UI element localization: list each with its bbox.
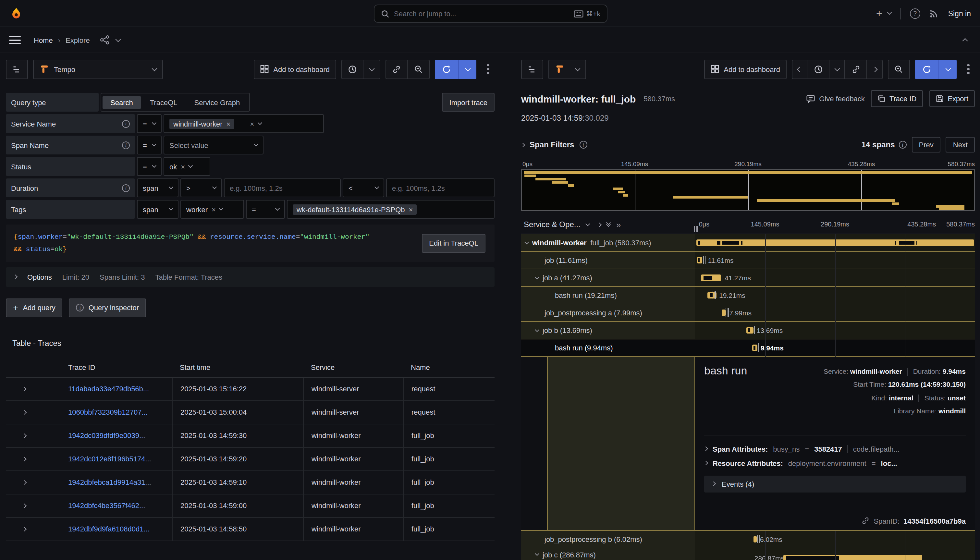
trace-id-link[interactable]: 1060bbf732309b12707... — [60, 401, 172, 424]
collapse-icon[interactable] — [535, 327, 539, 332]
prev-button[interactable]: Prev — [912, 137, 941, 152]
col-name[interactable]: Name — [403, 358, 495, 377]
news-rss-icon[interactable] — [929, 8, 939, 18]
search-field[interactable] — [394, 10, 569, 18]
col-service[interactable]: Service — [303, 358, 403, 377]
options-row[interactable]: Options Limit: 20 Spans Limit: 3 Table F… — [6, 267, 495, 287]
tags-key-select[interactable]: worker× — [180, 200, 244, 219]
row-expand-icon[interactable] — [6, 518, 60, 540]
row-expand-icon[interactable] — [6, 401, 60, 424]
help-icon[interactable]: ? — [910, 8, 920, 18]
clear-icon[interactable]: × — [181, 163, 185, 170]
datasource-picker[interactable]: Tempo — [33, 59, 163, 79]
sort-chevron-icon[interactable] — [586, 221, 590, 226]
search-input[interactable]: ⌘+k — [374, 5, 607, 23]
time-picker-button[interactable] — [342, 59, 363, 79]
export-button[interactable]: Export — [929, 90, 975, 107]
events-row[interactable]: Events (4) — [704, 476, 966, 493]
time-shift-back-icon[interactable] — [792, 59, 807, 79]
span-id-value[interactable]: 14354f16500a7b9a — [903, 517, 966, 525]
expand-all-icon[interactable] — [607, 222, 610, 227]
col-trace-id[interactable]: Trace ID — [60, 358, 172, 377]
menu-toggle-icon[interactable] — [9, 36, 21, 44]
left-pane-kebab-icon[interactable] — [482, 64, 495, 74]
span-name-value-select[interactable]: Select value — [163, 136, 263, 155]
span-bar[interactable] — [753, 345, 757, 351]
link-split-icon[interactable] — [385, 59, 408, 79]
time-shift-forward-icon[interactable] — [867, 59, 883, 79]
import-trace-button[interactable]: Import trace — [442, 93, 495, 112]
breadcrumb-home[interactable]: Home — [34, 36, 53, 44]
zoom-out-icon[interactable] — [408, 59, 430, 79]
span-row-job-postprocessing-b[interactable]: job_postprocessing b (6.02ms) 6.02ms — [521, 531, 975, 548]
run-query-button[interactable] — [435, 59, 458, 79]
span-row-job-a[interactable]: job a (41.27ms) 41.27ms — [521, 269, 975, 287]
collapse-panel-icon[interactable] — [963, 36, 971, 44]
row-expand-icon[interactable] — [6, 378, 60, 400]
service-name-chip[interactable]: windmill-worker× — [169, 118, 234, 129]
service-name-op-select[interactable]: = — [137, 114, 162, 133]
tags-value-chip[interactable]: wk-default-133114d6a91e-PSPQb× — [293, 204, 417, 215]
span-bar[interactable] — [722, 310, 725, 316]
span-bar[interactable] — [747, 327, 753, 333]
trace-id-link[interactable]: 1942dbfebca1d9914a31... — [60, 471, 172, 494]
trace-id-link[interactable]: 1942dbfc4be3567f462... — [60, 495, 172, 517]
clear-icon[interactable]: × — [250, 120, 254, 128]
trace-id-link[interactable]: 1942dc012e8f196b5174... — [60, 448, 172, 470]
time-picker-caret[interactable] — [830, 59, 845, 79]
service-operation-column-header[interactable]: Service & Ope... — [524, 220, 580, 229]
expand-one-icon[interactable] — [597, 222, 602, 227]
trace-id-link[interactable]: 1942dbf9d9fa6108d0d1... — [60, 518, 172, 540]
query-inspector-button[interactable]: i Query inspector — [69, 298, 146, 317]
collapse-icon[interactable] — [524, 240, 529, 244]
row-expand-icon[interactable] — [6, 424, 60, 447]
grafana-logo-icon[interactable] — [9, 6, 23, 20]
service-name-value-select[interactable]: windmill-worker× × — [163, 114, 324, 133]
add-to-dashboard-button[interactable]: Add to dashboard — [254, 59, 336, 79]
breadcrumb-explore[interactable]: Explore — [65, 36, 90, 44]
run-query-caret[interactable] — [938, 59, 957, 79]
link-icon[interactable] — [861, 517, 870, 525]
run-query-button[interactable] — [915, 59, 938, 79]
duration-min-input[interactable] — [224, 178, 341, 197]
status-value-select[interactable]: ok× — [163, 157, 210, 176]
span-row-job-b[interactable]: job b (13.69ms) 13.69ms — [521, 322, 975, 339]
tab-service-graph[interactable]: Service Graph — [187, 96, 248, 109]
run-query-caret[interactable] — [458, 59, 477, 79]
status-op-select[interactable]: = — [137, 157, 162, 176]
add-to-dashboard-button[interactable]: Add to dashboard — [704, 59, 787, 79]
span-row-job-postprocessing-a[interactable]: job_postprocessing a (7.99ms) 7.99ms — [521, 304, 975, 322]
query-rows-icon[interactable] — [6, 59, 28, 79]
clear-icon[interactable]: × — [212, 205, 216, 213]
next-button[interactable]: Next — [946, 137, 975, 152]
collapse-all-icon[interactable]: » — [616, 220, 621, 229]
new-menu-button[interactable]: + — [876, 7, 891, 19]
give-feedback-link[interactable]: Give feedback — [806, 94, 865, 103]
row-expand-icon[interactable] — [6, 495, 60, 517]
query-rows-icon[interactable] — [521, 59, 543, 79]
span-name-op-select[interactable]: = — [137, 136, 162, 155]
row-expand-icon[interactable] — [6, 448, 60, 470]
tab-search[interactable]: Search — [103, 96, 141, 109]
chip-remove-icon[interactable]: × — [409, 205, 413, 213]
edit-in-traceql-button[interactable]: Edit in TraceQL — [422, 234, 485, 253]
tags-op-select[interactable]: = — [246, 200, 285, 219]
span-bar[interactable] — [701, 275, 721, 281]
span-row-bash-run-a[interactable]: bash run (19.21ms) 19.21ms — [521, 287, 975, 304]
link-split-icon[interactable] — [845, 59, 867, 79]
chip-remove-icon[interactable]: × — [227, 120, 231, 128]
tags-value-select[interactable]: wk-default-133114d6a91e-PSPQb× — [287, 200, 495, 219]
zoom-out-icon[interactable] — [888, 59, 910, 79]
datasource-picker[interactable] — [548, 59, 586, 79]
span-bar[interactable] — [697, 257, 702, 263]
span-filters-label[interactable]: Span Filters — [530, 140, 574, 149]
col-start-time[interactable]: Start time — [172, 358, 303, 377]
span-bar[interactable] — [783, 555, 922, 560]
span-filters-chevron-icon[interactable] — [520, 142, 525, 147]
trace-id-link[interactable]: 1942dc039dfdf9e0039... — [60, 424, 172, 447]
share-icon[interactable] — [100, 35, 110, 45]
time-picker-button[interactable] — [807, 59, 830, 79]
time-picker-caret[interactable] — [363, 59, 380, 79]
span-row-bash-run-b-selected[interactable]: bash run (9.94ms) 9.94ms — [521, 339, 975, 357]
trace-id-link[interactable]: 11dabada33e479db56b... — [60, 378, 172, 400]
